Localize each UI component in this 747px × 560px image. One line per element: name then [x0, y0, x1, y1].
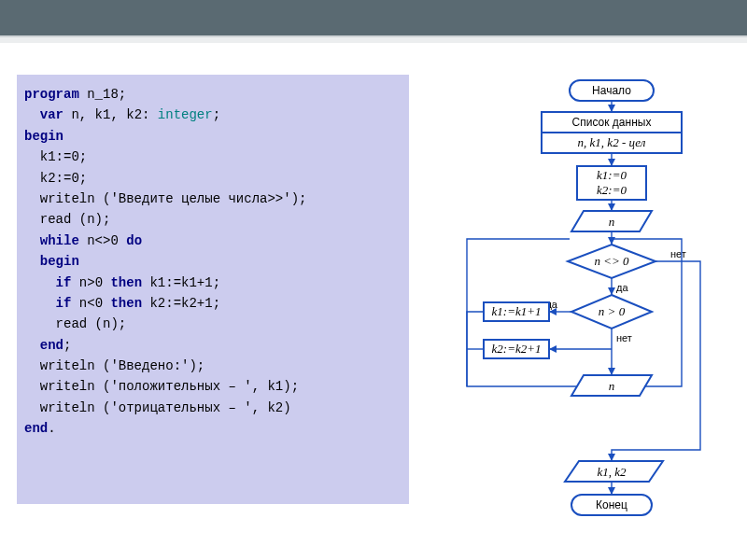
input-n2-label: n [609, 379, 615, 393]
code-line: writeln ('отрицательных – ', k2) [24, 400, 291, 415]
assign-k2-label: k2:=k2+1 [492, 342, 542, 356]
kw-begin: begin [24, 129, 63, 144]
code-t: k1:=k1+1; [142, 275, 220, 290]
code-t: . [48, 421, 55, 436]
code-line: k1:=0; [24, 149, 87, 164]
code-t: n, k1, k2: [63, 107, 158, 122]
code-line: read (n); [24, 316, 126, 331]
vars-label: n, k1, k2 - цел [578, 135, 646, 149]
code-line: writeln ('Введено:'); [24, 358, 204, 373]
init1-label: k1:=0 [597, 168, 627, 182]
data-heading-label: Список данных [572, 116, 652, 129]
kw-if: if [24, 275, 71, 290]
code-line: read (n); [24, 212, 110, 227]
kw-var: var [24, 107, 63, 122]
cond1-no: нет [670, 248, 686, 259]
kw-if2: if [24, 296, 71, 311]
output-label: k1, k2 [597, 465, 627, 479]
kw-while: while [24, 233, 79, 248]
cond2-label: n > 0 [599, 304, 626, 318]
code-t: n>0 [71, 275, 110, 290]
kw-program: program [24, 87, 79, 102]
type-integer: integer [158, 107, 213, 122]
code-t: n<0 [71, 296, 110, 311]
code-line: k2:=0; [24, 171, 87, 186]
code-t: n<>0 [79, 233, 126, 248]
assign-k1-label: k1:=k1+1 [492, 304, 542, 318]
cond2-no: нет [616, 332, 632, 343]
code-t: n_18; [79, 87, 126, 102]
code-t: ; [213, 107, 220, 122]
code-block: program n_18; var n, k1, k2: integer; be… [24, 84, 402, 440]
kw-then: then [110, 275, 142, 290]
kw-begin2: begin [24, 254, 79, 269]
kw-do: do [126, 233, 142, 248]
start-label: Начало [592, 84, 631, 97]
cond1-label: n <> 0 [594, 254, 629, 268]
code-panel: program n_18; var n, k1, k2: integer; be… [17, 75, 409, 504]
flowchart: Начало Список данных n, k1, k2 - цел k1:… [430, 78, 738, 545]
code-t: ; [63, 338, 71, 353]
end-label: Конец [596, 498, 627, 511]
input-n1-label: n [609, 215, 615, 229]
code-line: writeln ('положительных – ', k1); [24, 379, 299, 394]
code-t: k2:=k2+1; [142, 296, 220, 311]
kw-end2: end [24, 421, 48, 436]
code-line: writeln ('Введите целые числа>>'); [24, 191, 306, 206]
window-topbar [0, 0, 747, 37]
init2-label: k2:=0 [597, 183, 627, 197]
kw-then2: then [110, 296, 142, 311]
kw-end: end [24, 338, 63, 353]
cond1-yes: да [616, 282, 628, 293]
